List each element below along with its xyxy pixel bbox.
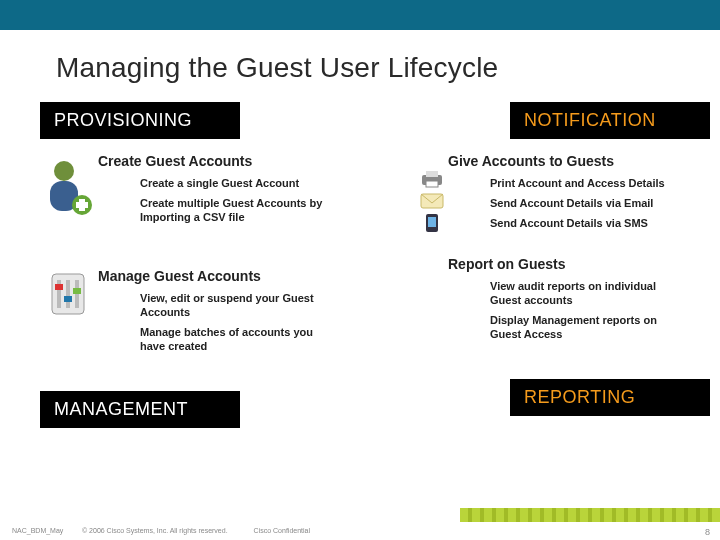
- management-pill: MANAGEMENT: [40, 391, 240, 428]
- footer: NAC_BDM_May © 2006 Cisco Systems, Inc. A…: [0, 520, 720, 540]
- provisioning-pill: PROVISIONING: [40, 102, 240, 139]
- footer-copyright: © 2006 Cisco Systems, Inc. All rights re…: [82, 527, 228, 534]
- item-text: Create multiple Guest Accounts by Import…: [98, 197, 328, 225]
- item-text: Send Account Details via Email: [448, 197, 653, 211]
- svg-point-0: [54, 161, 74, 181]
- item-text: Display Management reports on Guest Acce…: [448, 314, 678, 342]
- svg-rect-17: [428, 217, 436, 227]
- slide-title: Managing the Guest User Lifecycle: [0, 30, 720, 84]
- report-section: Report on Guests View audit reports on i…: [390, 252, 720, 345]
- report-heading: Report on Guests: [390, 252, 720, 278]
- svg-rect-11: [73, 288, 81, 294]
- envelope-icon: [420, 191, 444, 211]
- item-text: Manage batches of accounts you have crea…: [98, 326, 328, 354]
- sliders-icon: [48, 270, 88, 318]
- item-text: Send Account Details via SMS: [448, 217, 648, 231]
- content-grid: PROVISIONING Create Guest Accounts Creat…: [0, 102, 720, 492]
- svg-rect-10: [64, 296, 72, 302]
- phone-sms-icon: [420, 213, 444, 233]
- printer-icon: [420, 169, 444, 189]
- create-accounts-section: Create Guest Accounts Create a single Gu…: [40, 149, 370, 228]
- footer-confidential: Cisco Confidential: [254, 527, 310, 534]
- give-accounts-section: Give Accounts to Guests Print Account an…: [390, 149, 720, 234]
- item-text: Create a single Guest Account: [98, 177, 299, 191]
- svg-rect-13: [426, 171, 438, 177]
- list-item: Display Management reports on Guest Acce…: [390, 312, 720, 346]
- left-column: PROVISIONING Create Guest Accounts Creat…: [40, 102, 370, 428]
- item-text: View, edit or suspend your Guest Account…: [98, 292, 328, 320]
- right-column: NOTIFICATION Give Accounts to Guests Pri…: [390, 102, 720, 416]
- item-text: Print Account and Access Details: [448, 177, 665, 191]
- list-item: View audit reports on individual Guest a…: [390, 278, 720, 312]
- list-item: Manage batches of accounts you have crea…: [40, 324, 370, 358]
- page-number: 8: [705, 527, 710, 537]
- item-text: View audit reports on individual Guest a…: [448, 280, 678, 308]
- user-plus-icon: [42, 155, 94, 219]
- reporting-pill: REPORTING: [510, 379, 710, 416]
- svg-rect-7: [66, 280, 70, 308]
- footer-code: NAC_BDM_May: [12, 527, 82, 534]
- svg-rect-4: [76, 202, 88, 208]
- svg-rect-14: [426, 181, 438, 187]
- notification-pill: NOTIFICATION: [510, 102, 710, 139]
- svg-rect-9: [55, 284, 63, 290]
- manage-accounts-heading: Manage Guest Accounts: [40, 264, 370, 290]
- top-accent-bar: [0, 0, 720, 30]
- manage-accounts-section: Manage Guest Accounts View, edit or susp…: [40, 264, 370, 357]
- list-item: View, edit or suspend your Guest Account…: [40, 290, 370, 324]
